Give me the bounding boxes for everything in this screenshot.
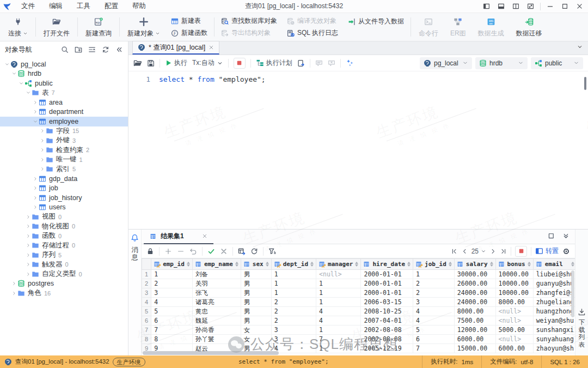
commit-button[interactable] xyxy=(207,248,215,255)
sort-icon[interactable] xyxy=(571,262,574,267)
table-row[interactable]: 11刘备男1<null>2000-01-01130000.0010000.00l… xyxy=(142,270,575,279)
close-button[interactable] xyxy=(572,1,587,13)
tree-chevron-icon[interactable] xyxy=(24,243,32,248)
open-file-button[interactable] xyxy=(133,59,142,68)
cell[interactable]: 2000-01-01 xyxy=(361,288,413,298)
cell[interactable]: sunyahuang xyxy=(533,335,575,344)
tree-item-视图[interactable]: 视图0 xyxy=(0,212,128,222)
comment-button[interactable] xyxy=(315,59,323,67)
cell[interactable]: 6 xyxy=(413,335,455,344)
page-size-dropdown[interactable]: 25 xyxy=(471,248,486,255)
cell[interactable]: 24000.00 xyxy=(454,298,495,307)
cell[interactable]: 男 xyxy=(241,270,271,279)
tree-chevron-icon[interactable] xyxy=(32,195,39,201)
cell[interactable]: weiyan@shu xyxy=(533,316,575,325)
cell[interactable]: 3 xyxy=(271,325,316,335)
table-row[interactable]: 77孙尚香女312002-08-08512000.005000.00sunsha… xyxy=(142,325,575,335)
tree-item-存储过程[interactable]: 存储过程0 xyxy=(0,241,128,251)
toolbar-table-new-button[interactable]: 新建表 xyxy=(171,16,207,26)
notification-bell-icon[interactable] xyxy=(131,234,139,242)
tree-chevron-icon[interactable] xyxy=(10,71,17,76)
sql-editor[interactable]: 1 select * from "employee"; xyxy=(128,71,588,229)
cell[interactable]: liubei@shu xyxy=(533,270,575,279)
tree-item-外键[interactable]: 外键3 xyxy=(0,136,128,146)
cell[interactable]: 男 xyxy=(241,316,271,325)
cell[interactable]: 张飞 xyxy=(192,288,241,298)
search-icon[interactable] xyxy=(61,46,69,53)
cell[interactable]: zhaoyun@sh xyxy=(533,344,575,353)
tree-chevron-icon[interactable] xyxy=(24,224,32,229)
format-sql-button[interactable] xyxy=(346,59,354,67)
sort-icon[interactable] xyxy=(490,262,493,267)
prev-page-button[interactable] xyxy=(461,248,468,255)
delete-row-button[interactable] xyxy=(177,248,185,255)
tree-chevron-icon[interactable] xyxy=(32,176,39,182)
cell[interactable]: 1 xyxy=(271,270,316,279)
cell[interactable]: <null> xyxy=(495,316,533,325)
tree-chevron-icon[interactable] xyxy=(32,119,39,124)
table-row[interactable]: 44诸葛亮男212006-03-15324000.008000.00zhugel… xyxy=(142,298,575,307)
tree-chevron-icon[interactable] xyxy=(24,90,32,95)
menu-item-文件[interactable]: 文件 xyxy=(14,2,42,11)
cell[interactable]: sunshangxi xyxy=(533,325,575,335)
toggle-bottom-panel-button[interactable] xyxy=(494,1,509,13)
toggle-split-button[interactable] xyxy=(509,1,523,13)
column-header-salary[interactable]: salary xyxy=(454,259,495,270)
tree-item-public[interactable]: public xyxy=(0,79,128,88)
cell[interactable]: 3 xyxy=(151,288,193,298)
cell[interactable]: 2 xyxy=(271,307,316,316)
cell[interactable]: 2 xyxy=(151,279,193,288)
cell[interactable]: 孙丫鬟 xyxy=(192,335,241,344)
explain-plan-button[interactable]: 执行计划 xyxy=(256,58,292,68)
cell[interactable]: 2002-08-08 xyxy=(361,335,413,344)
cell[interactable]: 1 xyxy=(316,298,361,307)
tree-chevron-icon[interactable] xyxy=(39,157,46,162)
tree-chevron-icon[interactable] xyxy=(39,138,46,143)
cell[interactable]: 2 xyxy=(413,279,455,288)
stop-button[interactable] xyxy=(234,58,246,69)
tree-chevron-icon[interactable] xyxy=(24,262,32,267)
cell[interactable]: 5 xyxy=(151,307,193,316)
tree-chevron-icon[interactable] xyxy=(24,252,32,258)
transpose-button[interactable]: 转置 xyxy=(535,246,559,256)
cell[interactable]: 男 xyxy=(241,279,271,288)
cell[interactable]: 8000.00 xyxy=(495,298,533,307)
close-tab-icon[interactable] xyxy=(209,45,214,50)
toggle-left-panel-button[interactable] xyxy=(479,1,494,13)
cell[interactable]: <null> xyxy=(316,270,361,279)
cell[interactable]: 刘备 xyxy=(192,270,241,279)
filter-button[interactable] xyxy=(268,248,276,255)
tree-chevron-icon[interactable] xyxy=(17,81,24,86)
tree-item-唯一键[interactable]: 唯一键1 xyxy=(0,155,128,165)
cell[interactable]: 7 xyxy=(151,325,193,335)
toolbar-sql-log-button[interactable]: SQL 执行日志 xyxy=(287,28,338,38)
cell[interactable]: 15000.00 xyxy=(454,344,495,353)
tree-chevron-icon[interactable] xyxy=(10,281,17,286)
sort-icon[interactable] xyxy=(528,262,531,267)
cell[interactable]: 5000.00 xyxy=(495,325,533,335)
table-row[interactable]: 33张飞男112000-01-01224000.0010000.00zhangf… xyxy=(142,288,575,298)
table-row[interactable]: 55黄忠男242008-10-2548000.00<null>huangzhon… xyxy=(142,307,575,316)
schema-selector[interactable]: public xyxy=(531,57,583,69)
cell[interactable]: 30000.00 xyxy=(454,270,495,279)
close-resultset-icon[interactable] xyxy=(202,233,207,239)
save-button[interactable] xyxy=(147,59,155,67)
cell[interactable]: 2 xyxy=(271,316,316,325)
tree-item-表[interactable]: 表7 xyxy=(0,88,128,98)
run-button[interactable]: 执行 xyxy=(165,58,187,68)
tree-item-角色[interactable]: 角色16 xyxy=(0,288,128,298)
cell[interactable]: 6000.00 xyxy=(454,335,495,344)
column-header-emp_name[interactable]: emp_name xyxy=(192,259,241,270)
cell[interactable]: 诸葛亮 xyxy=(192,298,241,307)
rollback-button[interactable] xyxy=(220,248,228,255)
cell[interactable]: 2005-12-19 xyxy=(361,344,413,353)
tree-item-物化视图[interactable]: 物化视图0 xyxy=(0,222,128,232)
cell[interactable]: <null> xyxy=(495,307,533,316)
cell[interactable]: 6000.00 xyxy=(495,344,533,353)
cell[interactable]: 4 xyxy=(151,298,193,307)
add-row-button[interactable] xyxy=(164,248,172,255)
cell[interactable]: 关羽 xyxy=(192,279,241,288)
database-selector[interactable]: hrdb xyxy=(475,57,528,69)
table-row[interactable]: 66魏延男242007-04-0147500.00<null>weiyan@sh… xyxy=(142,316,575,325)
menu-item-工具[interactable]: 工具 xyxy=(70,2,97,11)
